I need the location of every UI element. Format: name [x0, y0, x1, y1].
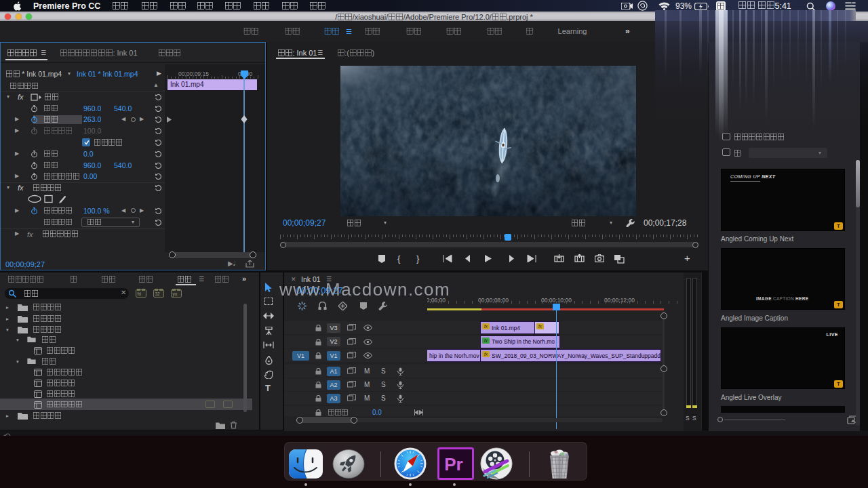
- svg-text:Pr: Pr: [444, 454, 462, 474]
